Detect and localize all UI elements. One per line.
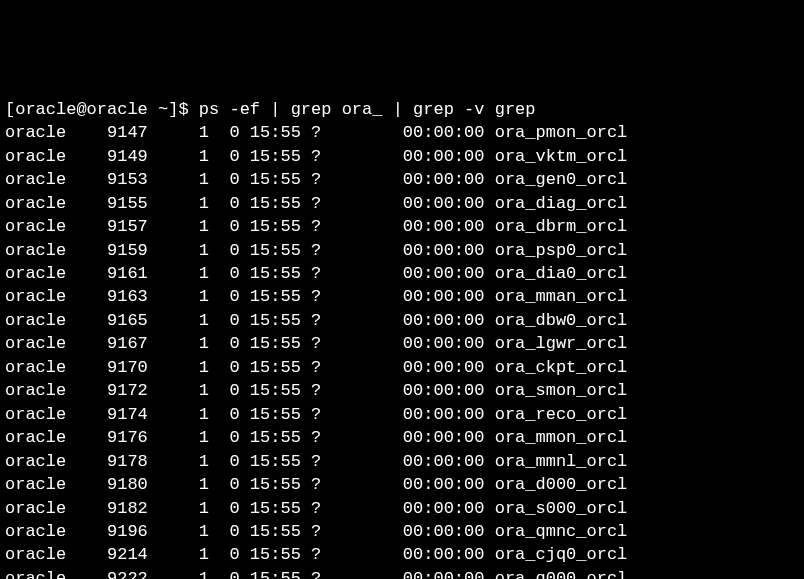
process-row: oracle 9174 1 0 15:55 ? 00:00:00 ora_rec… bbox=[5, 403, 799, 426]
process-row: oracle 9182 1 0 15:55 ? 00:00:00 ora_s00… bbox=[5, 497, 799, 520]
process-row: oracle 9170 1 0 15:55 ? 00:00:00 ora_ckp… bbox=[5, 356, 799, 379]
process-row: oracle 9163 1 0 15:55 ? 00:00:00 ora_mma… bbox=[5, 285, 799, 308]
terminal-output[interactable]: [oracle@oracle ~]$ ps -ef | grep ora_ | … bbox=[5, 98, 799, 579]
process-row: oracle 9149 1 0 15:55 ? 00:00:00 ora_vkt… bbox=[5, 145, 799, 168]
process-row: oracle 9167 1 0 15:55 ? 00:00:00 ora_lgw… bbox=[5, 332, 799, 355]
process-row: oracle 9165 1 0 15:55 ? 00:00:00 ora_dbw… bbox=[5, 309, 799, 332]
process-row: oracle 9196 1 0 15:55 ? 00:00:00 ora_qmn… bbox=[5, 520, 799, 543]
shell-prompt-line: [oracle@oracle ~]$ ps -ef | grep ora_ | … bbox=[5, 98, 799, 121]
process-row: oracle 9157 1 0 15:55 ? 00:00:00 ora_dbr… bbox=[5, 215, 799, 238]
process-row: oracle 9155 1 0 15:55 ? 00:00:00 ora_dia… bbox=[5, 192, 799, 215]
process-row: oracle 9222 1 0 15:55 ? 00:00:00 ora_q00… bbox=[5, 567, 799, 579]
process-row: oracle 9180 1 0 15:55 ? 00:00:00 ora_d00… bbox=[5, 473, 799, 496]
process-row: oracle 9176 1 0 15:55 ? 00:00:00 ora_mmo… bbox=[5, 426, 799, 449]
process-row: oracle 9214 1 0 15:55 ? 00:00:00 ora_cjq… bbox=[5, 543, 799, 566]
process-row: oracle 9178 1 0 15:55 ? 00:00:00 ora_mmn… bbox=[5, 450, 799, 473]
process-row: oracle 9161 1 0 15:55 ? 00:00:00 ora_dia… bbox=[5, 262, 799, 285]
process-row: oracle 9172 1 0 15:55 ? 00:00:00 ora_smo… bbox=[5, 379, 799, 402]
process-row: oracle 9159 1 0 15:55 ? 00:00:00 ora_psp… bbox=[5, 239, 799, 262]
process-row: oracle 9147 1 0 15:55 ? 00:00:00 ora_pmo… bbox=[5, 121, 799, 144]
process-row: oracle 9153 1 0 15:55 ? 00:00:00 ora_gen… bbox=[5, 168, 799, 191]
